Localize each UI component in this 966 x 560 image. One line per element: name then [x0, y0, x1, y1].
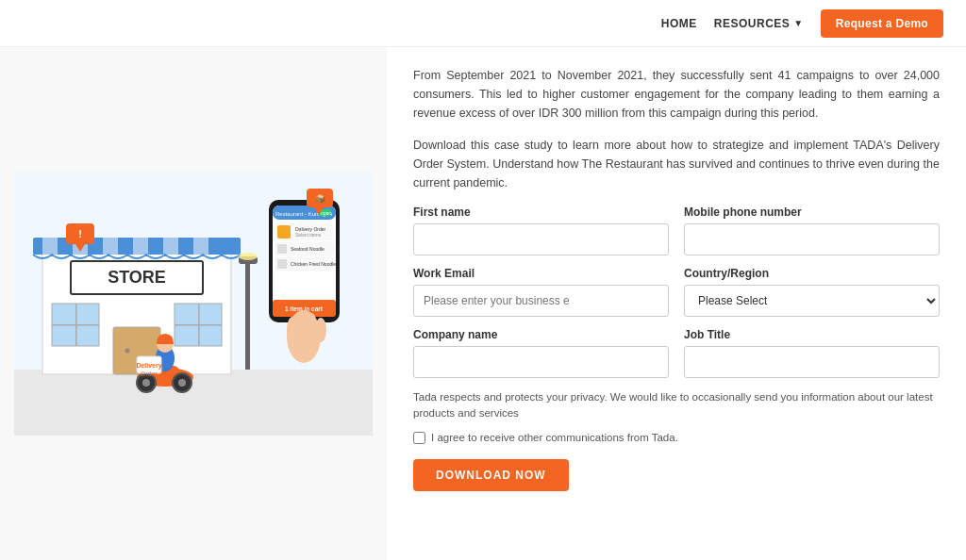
svg-text:Seafood Noodle: Seafood Noodle: [291, 246, 325, 252]
chevron-down-icon: ▼: [793, 18, 803, 28]
mobile-phone-input[interactable]: [684, 223, 940, 255]
form-row-1: First name Mobile phone number: [413, 206, 940, 255]
svg-rect-44: [277, 225, 291, 239]
privacy-text: Tada respects and protects your privacy.…: [413, 389, 940, 422]
country-group: Country/Region Please Select Indonesia M…: [684, 267, 940, 317]
work-email-input[interactable]: [413, 285, 669, 317]
country-select[interactable]: Please Select Indonesia Malaysia Singapo…: [684, 285, 940, 317]
svg-point-31: [178, 379, 186, 387]
svg-rect-48: [277, 244, 287, 254]
contact-form: First name Mobile phone number Work Emai…: [413, 206, 940, 491]
country-label: Country/Region: [684, 267, 940, 280]
body-paragraph-1: From September 2021 to November 2021, th…: [413, 66, 940, 123]
svg-rect-4: [42, 238, 58, 255]
svg-rect-6: [103, 238, 118, 255]
work-email-group: Work Email: [413, 267, 669, 317]
nav-links: HOME RESOURCES ▼ Request a Demo: [661, 9, 943, 38]
svg-point-59: [315, 318, 326, 342]
form-row-2: Work Email Country/Region Please Select …: [413, 267, 940, 317]
svg-rect-9: [193, 238, 208, 255]
svg-point-29: [142, 379, 150, 387]
company-name-input[interactable]: [413, 346, 669, 378]
svg-text:Order: Order: [141, 371, 158, 377]
svg-text:!: !: [78, 228, 82, 239]
body-paragraph-2: Download this case study to learn more a…: [413, 136, 940, 192]
svg-rect-20: [245, 261, 250, 370]
first-name-input[interactable]: [413, 223, 669, 255]
store-illustration: STORE: [14, 172, 373, 436]
form-row-3: Company name Job Title: [413, 328, 940, 378]
company-name-label: Company name: [413, 328, 669, 341]
job-title-label: Job Title: [684, 328, 940, 341]
mobile-phone-label: Mobile phone number: [684, 206, 940, 219]
main-container: STORE: [0, 47, 966, 560]
nav-resources[interactable]: RESOURCES ▼: [714, 17, 804, 30]
checkbox-row: I agree to receive other communications …: [413, 432, 940, 444]
nav-home[interactable]: HOME: [661, 17, 697, 30]
svg-point-19: [125, 349, 130, 354]
svg-point-22: [239, 253, 258, 260]
svg-rect-8: [163, 238, 178, 255]
nav-resources-label: RESOURCES: [714, 17, 791, 30]
job-title-group: Job Title: [684, 328, 940, 378]
job-title-input[interactable]: [684, 346, 940, 378]
navbar: HOME RESOURCES ▼ Request a Demo: [0, 0, 966, 47]
svg-rect-51: [277, 259, 287, 269]
svg-text:Chicken Fried Noodle: Chicken Fried Noodle: [291, 261, 336, 267]
svg-text:Delivery: Delivery: [136, 362, 161, 370]
mobile-phone-group: Mobile phone number: [684, 206, 940, 255]
work-email-label: Work Email: [413, 267, 669, 280]
company-name-group: Company name: [413, 328, 669, 378]
communications-checkbox[interactable]: [413, 432, 425, 444]
svg-text:📦: 📦: [315, 193, 326, 205]
first-name-label: First name: [413, 206, 669, 219]
request-demo-button[interactable]: Request a Demo: [821, 9, 943, 38]
first-name-group: First name: [413, 206, 669, 255]
svg-text:Select items: Select items: [295, 232, 322, 238]
checkbox-label: I agree to receive other communications …: [431, 432, 678, 443]
right-panel: From September 2021 to November 2021, th…: [387, 47, 966, 560]
svg-rect-17: [175, 324, 222, 326]
svg-text:STORE: STORE: [108, 268, 166, 287]
left-panel: STORE: [0, 47, 387, 560]
download-now-button[interactable]: DOWNLOAD NOW: [413, 459, 569, 491]
svg-rect-14: [52, 324, 99, 326]
svg-rect-1: [14, 370, 373, 436]
svg-rect-7: [133, 238, 148, 255]
